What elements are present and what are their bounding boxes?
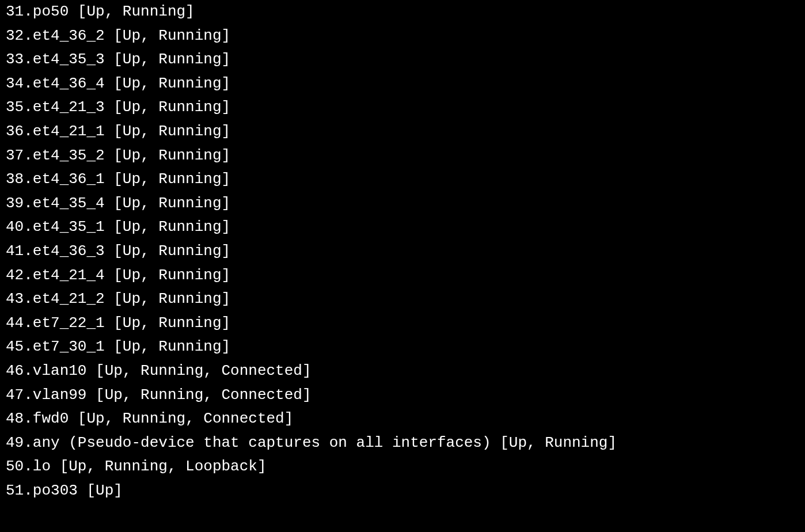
interface-status: [Up, Running] — [113, 27, 230, 44]
interface-index: 40 — [6, 218, 24, 235]
interface-status: [Up, Running] — [78, 3, 195, 20]
interface-index: 37 — [6, 147, 24, 164]
interface-line: 33.et4_35_3 [Up, Running] — [6, 48, 799, 72]
interface-status: [Up, Running] — [113, 218, 230, 235]
interface-line: 36.et4_21_1 [Up, Running] — [6, 120, 799, 144]
interface-line: 38.et4_36_1 [Up, Running] — [6, 168, 799, 192]
interface-name: et4_36_3 — [33, 242, 105, 260]
interface-index: 44 — [6, 314, 24, 332]
interface-status: [Up, Running, Connected] — [96, 362, 311, 379]
interface-line: 49.any (Pseudo-device that captures on a… — [6, 431, 799, 455]
interface-name: et4_21_4 — [33, 267, 105, 284]
interface-index: 51 — [6, 482, 24, 499]
interface-line: 37.et4_35_2 [Up, Running] — [6, 144, 799, 168]
interface-status: [Up, Running] — [113, 51, 230, 68]
interface-name: et4_36_1 — [33, 170, 105, 188]
interface-name: et7_30_1 — [33, 338, 105, 355]
interface-index: 41 — [6, 242, 24, 260]
interface-line: 32.et4_36_2 [Up, Running] — [6, 24, 799, 48]
interface-name: et4_35_1 — [33, 218, 105, 235]
interface-index: 43 — [6, 290, 24, 307]
interface-index: 36 — [6, 123, 24, 140]
interface-status: [Up, Running] — [113, 147, 230, 164]
interface-name: et4_35_3 — [33, 51, 105, 68]
interface-status: [Up, Running, Loopback] — [60, 458, 267, 475]
interface-line: 45.et7_30_1 [Up, Running] — [6, 335, 799, 359]
interface-status: [Up, Running] — [113, 314, 230, 332]
interface-index: 35 — [6, 98, 24, 116]
interface-index: 49 — [6, 434, 24, 451]
interface-status: [Up, Running, Connected] — [96, 386, 311, 404]
interface-line: 44.et7_22_1 [Up, Running] — [6, 311, 799, 336]
interface-description: (Pseudo-device that captures on all inte… — [69, 434, 491, 451]
interface-name: et4_21_1 — [33, 123, 105, 140]
interface-index: 39 — [6, 195, 24, 212]
interface-index: 31 — [6, 3, 24, 20]
interface-name: any — [33, 434, 60, 451]
interface-status: [Up, Running] — [113, 267, 230, 284]
interface-status: [Up, Running, Connected] — [78, 410, 293, 427]
interface-line: 35.et4_21_3 [Up, Running] — [6, 96, 799, 120]
interface-line: 50.lo [Up, Running, Loopback] — [6, 455, 799, 479]
interface-status: [Up, Running] — [113, 123, 230, 140]
interface-status: [Up] — [86, 482, 122, 499]
interface-line: 48.fwd0 [Up, Running, Connected] — [6, 407, 799, 431]
terminal-output[interactable]: 31.po50 [Up, Running]32.et4_36_2 [Up, Ru… — [6, 0, 799, 503]
interface-name: et7_22_1 — [33, 314, 105, 332]
interface-name: et4_36_4 — [33, 75, 105, 92]
interface-line: 31.po50 [Up, Running] — [6, 0, 799, 24]
interface-index: 48 — [6, 410, 24, 427]
interface-name: et4_35_4 — [33, 195, 105, 212]
interface-line: 47.vlan99 [Up, Running, Connected] — [6, 383, 799, 408]
interface-index: 34 — [6, 75, 24, 92]
interface-name: vlan10 — [33, 362, 87, 379]
interface-name: vlan99 — [33, 386, 87, 404]
interface-line: 43.et4_21_2 [Up, Running] — [6, 287, 799, 311]
interface-index: 33 — [6, 51, 24, 68]
interface-status: [Up, Running] — [113, 290, 230, 307]
interface-name: po50 — [33, 3, 69, 20]
interface-index: 32 — [6, 27, 24, 44]
interface-status: [Up, Running] — [113, 338, 230, 355]
interface-status: [Up, Running] — [113, 242, 230, 260]
interface-name: lo — [33, 458, 51, 475]
interface-index: 50 — [6, 458, 24, 475]
interface-name: et4_36_2 — [33, 27, 105, 44]
interface-index: 46 — [6, 362, 24, 379]
interface-status: [Up, Running] — [113, 98, 230, 116]
interface-index: 38 — [6, 170, 24, 188]
interface-name: po303 — [33, 482, 78, 499]
interface-line: 40.et4_35_1 [Up, Running] — [6, 215, 799, 240]
interface-name: fwd0 — [33, 410, 69, 427]
interface-line: 42.et4_21_4 [Up, Running] — [6, 264, 799, 288]
interface-status: [Up, Running] — [113, 195, 230, 212]
interface-index: 47 — [6, 386, 24, 404]
interface-name: et4_21_2 — [33, 290, 105, 307]
interface-name: et4_21_3 — [33, 98, 105, 116]
interface-status: [Up, Running] — [113, 170, 230, 188]
interface-index: 45 — [6, 338, 24, 355]
interface-index: 42 — [6, 267, 24, 284]
interface-line: 41.et4_36_3 [Up, Running] — [6, 240, 799, 264]
interface-name: et4_35_2 — [33, 147, 105, 164]
interface-line: 46.vlan10 [Up, Running, Connected] — [6, 359, 799, 383]
interface-line: 34.et4_36_4 [Up, Running] — [6, 72, 799, 96]
interface-status: [Up, Running] — [500, 434, 617, 451]
interface-line: 39.et4_35_4 [Up, Running] — [6, 192, 799, 216]
interface-status: [Up, Running] — [113, 75, 230, 92]
interface-line: 51.po303 [Up] — [6, 479, 799, 503]
